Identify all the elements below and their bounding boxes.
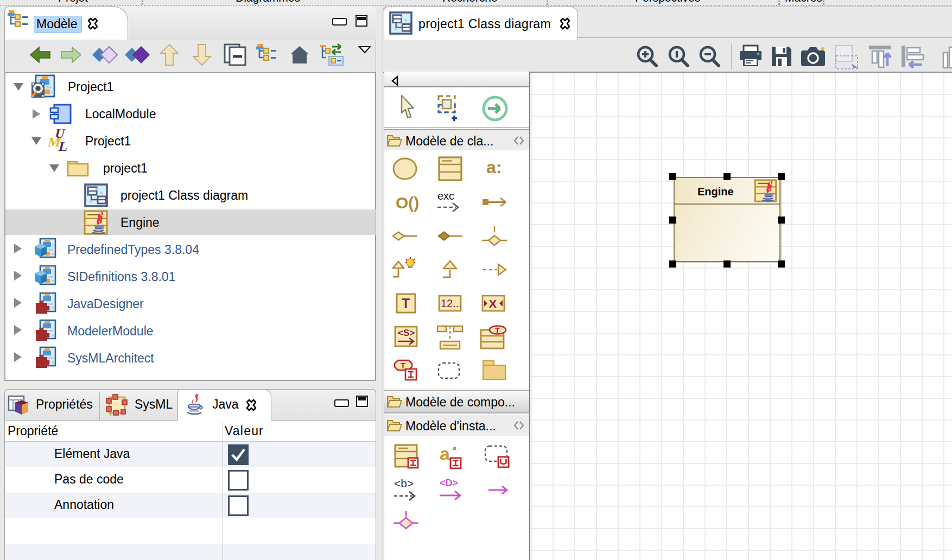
svg-text:X: X	[489, 297, 497, 310]
svg-text:a: a	[440, 443, 450, 464]
svg-text:<D>: <D>	[440, 478, 458, 488]
svg-text:exc: exc	[437, 190, 454, 202]
svg-text:T: T	[402, 296, 410, 311]
svg-text:T: T	[495, 326, 500, 335]
svg-text:12...: 12...	[441, 297, 462, 309]
svg-text:<S>: <S>	[398, 328, 415, 338]
svg-text:<b>: <b>	[394, 477, 414, 489]
